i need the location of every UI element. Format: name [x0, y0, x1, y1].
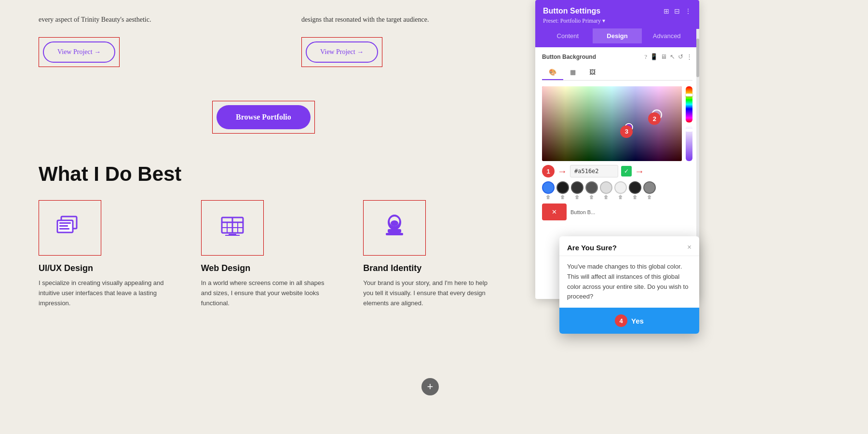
hex-input[interactable] [570, 165, 618, 177]
swatch-blue[interactable] [542, 181, 555, 194]
add-section-button[interactable]: + [421, 378, 439, 395]
tab-advanced[interactable]: Advanced [642, 28, 692, 43]
expand-icon[interactable]: ⊞ [664, 7, 669, 15]
hue-slider[interactable] [686, 86, 692, 122]
swatch-dark4[interactable] [629, 181, 641, 194]
confirm-title: Are You Sure? [567, 244, 617, 252]
swatch-dark3[interactable] [585, 181, 598, 194]
solid-tab[interactable]: 🎨 [542, 66, 563, 80]
svg-point-15 [391, 220, 398, 226]
gradient-icon: ▦ [570, 68, 576, 76]
mobile-icon[interactable]: 📱 [650, 53, 658, 61]
view-project-2-wrapper: View Project → [301, 37, 382, 67]
service-icon-wrapper-brand [363, 200, 426, 256]
settings-tabs: Content Design Advanced [543, 28, 692, 43]
solid-fill-icon: 🎨 [549, 68, 556, 76]
swatch-delete-1[interactable]: 🗑 [546, 194, 551, 200]
tab-design[interactable]: Design [593, 28, 642, 43]
service-uiux: UI/UX Design I specialize in creating vi… [39, 200, 172, 308]
web-design-icon [218, 213, 247, 243]
replace-x-icon: ✕ [552, 208, 557, 216]
swatch-delete-4[interactable]: 🗑 [589, 194, 594, 200]
service-webdesign: Web Design In a world where screens come… [201, 200, 335, 308]
confirm-close-button[interactable]: × [687, 243, 692, 252]
view-project-1-button[interactable]: View Project → [43, 41, 115, 63]
image-tab[interactable]: 🖼 [583, 66, 602, 80]
badge-3: 3 [620, 125, 633, 138]
undo-icon[interactable]: ↺ [678, 53, 683, 61]
button-b-label: Button B... [567, 204, 599, 220]
svg-rect-17 [386, 233, 403, 235]
card1-text: every aspect of Trinity Beauty's aesthet… [39, 14, 234, 25]
swatch-delete-3[interactable]: 🗑 [575, 194, 580, 200]
swatch-delete-8[interactable]: 🗑 [647, 194, 652, 200]
swatch-delete-6[interactable]: 🗑 [618, 194, 623, 200]
brand-title: Brand Identity [363, 263, 497, 273]
svg-rect-4 [59, 228, 69, 230]
brand-desc: Your brand is your story, and I'm here t… [363, 278, 497, 308]
badge-4: 4 [615, 314, 627, 327]
swatch-dark2[interactable] [571, 181, 583, 194]
columns-icon[interactable]: ⊟ [674, 7, 680, 15]
uiux-title: UI/UX Design [39, 263, 172, 273]
service-icon-wrapper-uiux [39, 200, 101, 256]
card2-text: designs that resonated with the target a… [301, 14, 497, 25]
swatch-dark1[interactable] [556, 181, 569, 194]
preset-label[interactable]: Preset: Portfolio Primary ▾ [543, 17, 692, 25]
more-icon[interactable]: ⋮ [685, 7, 692, 15]
swatch-delete-2[interactable]: 🗑 [560, 194, 565, 200]
alpha-slider[interactable] [686, 125, 692, 162]
more2-icon[interactable]: ⋮ [686, 53, 692, 61]
svg-rect-3 [59, 225, 68, 227]
svg-rect-16 [388, 229, 401, 233]
confirm-header: Are You Sure? × [559, 236, 699, 256]
service-icon-wrapper-web [201, 200, 264, 256]
swatches-row: 🗑 🗑 🗑 🗑 🗑 🗑 [542, 181, 692, 200]
settings-header-icons: ⊞ ⊟ ⋮ [664, 7, 692, 15]
confirm-dialog: Are You Sure? × You've made changes to t… [559, 236, 699, 334]
confirm-body: You've made changes to this global color… [559, 256, 699, 308]
view-project-2-button[interactable]: View Project → [306, 41, 378, 63]
browse-portfolio-wrapper: Browse Portfolio [212, 101, 315, 134]
desktop-icon[interactable]: 🖥 [661, 53, 667, 61]
settings-panel-title: Button Settings [543, 7, 600, 15]
color-picker[interactable]: 3 2 [542, 86, 692, 161]
button-background-row: Button Background ? 📱 🖥 ↖ ↺ ⋮ [542, 53, 692, 61]
services-title: What I Do Best [39, 163, 497, 186]
confirm-yes-button[interactable]: 4 Yes [559, 308, 699, 334]
alpha-thumb[interactable] [686, 129, 692, 132]
badge-1: 1 [542, 165, 555, 177]
arrow-to-spectrum: → [635, 166, 644, 177]
swatch-light1[interactable] [600, 181, 612, 194]
cursor-icon[interactable]: ↖ [670, 53, 675, 61]
color-spectrum[interactable]: 3 2 [542, 86, 682, 161]
brand-identity-icon [380, 213, 409, 243]
webdesign-title: Web Design [201, 263, 335, 273]
settings-header: Button Settings ⊞ ⊟ ⋮ Preset: Portfolio … [535, 0, 699, 47]
tab-content[interactable]: Content [543, 28, 593, 43]
webdesign-desc: In a world where screens come in all sha… [201, 278, 335, 308]
swatch-delete-7[interactable]: 🗑 [633, 194, 637, 200]
yes-label: Yes [631, 317, 644, 325]
image-icon: 🖼 [589, 68, 596, 76]
service-brand: Brand Identity Your brand is your story,… [363, 200, 497, 308]
uiux-desc: I specialize in creating visually appeal… [39, 278, 172, 308]
question-icon[interactable]: ? [644, 53, 647, 61]
scrollbar-thumb[interactable] [696, 39, 699, 77]
swatch-gray[interactable] [643, 181, 656, 194]
button-background-label: Button Background [542, 54, 596, 60]
view-project-1-wrapper: View Project → [39, 37, 120, 67]
button-replace-bar: ✕ Button B... [542, 203, 692, 220]
button-replace-button[interactable]: ✕ [542, 203, 567, 220]
color-type-tabs: 🎨 ▦ 🖼 [542, 66, 692, 81]
settings-body: Button Background ? 📱 🖥 ↖ ↺ ⋮ 🎨 ▦ 🖼 [535, 47, 699, 226]
gradient-tab[interactable]: ▦ [563, 66, 583, 80]
hex-confirm-button[interactable]: ✓ [621, 166, 632, 176]
swatch-light2[interactable] [614, 181, 627, 194]
hue-thumb[interactable] [686, 94, 692, 96]
browse-portfolio-button[interactable]: Browse Portfolio [217, 105, 311, 129]
arrow-to-hex: → [557, 166, 567, 177]
confirm-message: You've made changes to this global color… [567, 262, 692, 302]
svg-rect-2 [59, 222, 71, 224]
swatch-delete-5[interactable]: 🗑 [604, 194, 609, 200]
